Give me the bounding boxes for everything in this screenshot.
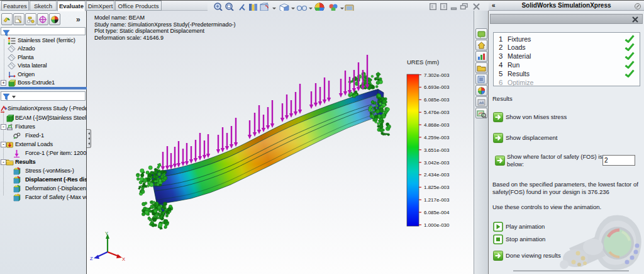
svg-text:6.693e-003: 6.693e-003 [424, 84, 450, 90]
svg-text:7.302e-003: 7.302e-003 [424, 72, 450, 78]
svg-text:Y: Y [105, 231, 108, 236]
svg-text:1.217e-003: 1.217e-003 [424, 197, 450, 203]
svg-text:Z: Z [90, 256, 93, 261]
svg-text:4.259e-003: 4.259e-003 [424, 135, 450, 140]
svg-text:6.085e-003: 6.085e-003 [424, 97, 450, 103]
svg-text:URES (mm): URES (mm) [407, 59, 439, 66]
svg-text:5.476e-003: 5.476e-003 [424, 110, 450, 115]
svg-text:X: X [122, 256, 125, 262]
svg-text:4.868e-003: 4.868e-003 [424, 122, 450, 128]
svg-text:3.651e-003: 3.651e-003 [424, 147, 450, 153]
svg-text:6.085e-004: 6.085e-004 [424, 210, 450, 215]
svg-text:3.042e-003: 3.042e-003 [424, 160, 450, 166]
svg-text:2.434e-003: 2.434e-003 [424, 172, 450, 178]
svg-text:1.825e-003: 1.825e-003 [424, 185, 450, 190]
svg-text:1.000e-030: 1.000e-030 [424, 222, 450, 228]
